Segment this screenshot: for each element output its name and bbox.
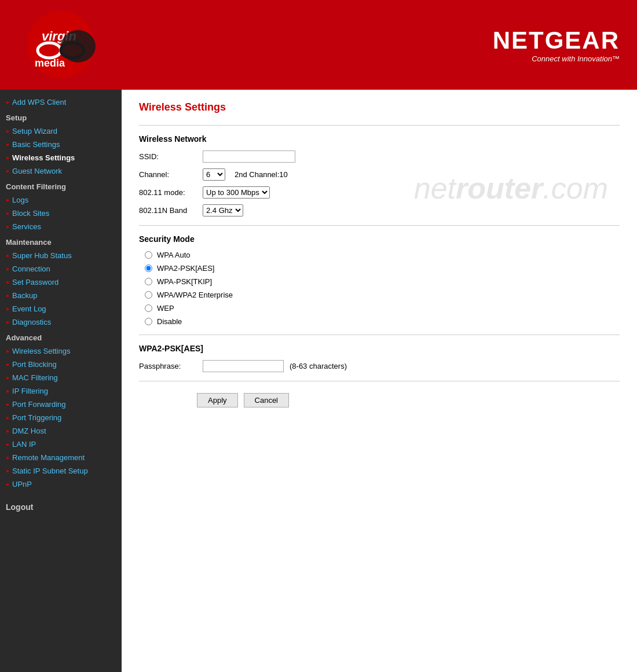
radio-wpa-auto-label: WPA Auto <box>157 251 191 259</box>
sidebar-item-super-hub-status[interactable]: ● Super Hub Status <box>0 249 122 262</box>
radio-disable: Disable <box>145 317 620 326</box>
content-area: netrouter.com Wireless Settings Wireless… <box>122 90 637 672</box>
sidebar-item-static-ip[interactable]: ● Static IP Subnet Setup <box>0 464 122 478</box>
passphrase-hint: (8-63 characters) <box>290 362 347 370</box>
radio-disable-input[interactable] <box>145 318 152 325</box>
sidebar-item-port-triggering[interactable]: ● Port Triggering <box>0 411 122 424</box>
sidebar-header-maintenance: Maintenance <box>0 233 122 249</box>
sidebar-item-add-wps[interactable]: ● Add WPS Client <box>0 96 122 109</box>
radio-wpa-auto: WPA Auto <box>145 251 620 259</box>
sidebar-item-event-log[interactable]: ● Event Log <box>0 302 122 315</box>
cancel-button[interactable]: Cancel <box>244 393 289 407</box>
band-row: 802.11N Band 2.4 Ghz 5 Ghz <box>139 204 620 216</box>
channel-2nd-label: 2nd Channel:10 <box>235 170 288 179</box>
radio-wpa-psk-tkip-label: WPA-PSK[TKIP] <box>157 277 212 286</box>
band-label: 802.11N Band <box>139 206 203 215</box>
wireless-network-section-label: Wireless Network <box>139 134 620 144</box>
passphrase-row: Passphrase: (8-63 characters) <box>139 360 620 372</box>
content-wrapper: netrouter.com Wireless Settings Wireless… <box>139 101 620 407</box>
sidebar-item-dmz-host[interactable]: ● DMZ Host <box>0 424 122 438</box>
sidebar-item-port-blocking[interactable]: ● Port Blocking <box>0 358 122 371</box>
divider-4 <box>139 381 620 381</box>
radio-wpa-enterprise: WPA/WPA2 Enterprise <box>145 291 620 299</box>
logout-section: Logout <box>0 491 122 523</box>
mode-label: 802.11 mode: <box>139 188 203 197</box>
sidebar-item-wireless-settings[interactable]: ● Wireless Settings <box>0 151 122 164</box>
mode-select[interactable]: Up to 54 Mbps Up to 130 Mbps Up to 300 M… <box>203 186 270 199</box>
radio-wpa-psk-tkip: WPA-PSK[TKIP] <box>145 277 620 286</box>
sidebar-item-ip-filtering[interactable]: ● IP Filtering <box>0 384 122 398</box>
ssid-input[interactable] <box>203 150 295 163</box>
sidebar-item-logs[interactable]: ● Logs <box>0 193 122 207</box>
sidebar-header-setup: Setup <box>0 109 122 124</box>
passphrase-label: Passphrase: <box>139 362 203 370</box>
apply-button[interactable]: Apply <box>197 393 238 407</box>
ssid-row: SSID: <box>139 150 620 163</box>
sidebar-item-backup[interactable]: ● Backup <box>0 289 122 302</box>
header: virgin media NETGEAR Connect with Innova… <box>0 0 637 90</box>
ssid-label: SSID: <box>139 152 203 161</box>
sidebar-item-remote-management[interactable]: ● Remote Management <box>0 451 122 464</box>
netgear-brand: NETGEAR <box>493 27 620 54</box>
band-select[interactable]: 2.4 Ghz 5 Ghz <box>203 204 243 216</box>
divider-1 <box>139 125 620 126</box>
sidebar-header-content: Content Filtering <box>0 178 122 193</box>
channel-label: Channel: <box>139 170 203 179</box>
sidebar-item-adv-wireless[interactable]: ● Wireless Settings <box>0 344 122 358</box>
radio-wpa2-psk-aes: WPA2-PSK[AES] <box>145 264 620 273</box>
radio-wpa2-psk-aes-input[interactable] <box>145 265 152 272</box>
sidebar-item-port-forwarding[interactable]: ● Port Forwarding <box>0 398 122 411</box>
virgin-media-svg: virgin media <box>17 9 119 81</box>
virgin-media-logo: virgin media <box>17 9 119 81</box>
logout-button[interactable]: Logout <box>6 502 33 512</box>
button-row: Apply Cancel <box>197 393 620 407</box>
radio-disable-label: Disable <box>157 317 182 326</box>
sidebar-item-set-password[interactable]: ● Set Password <box>0 276 122 289</box>
sidebar-item-basic-settings[interactable]: ● Basic Settings <box>0 138 122 151</box>
passphrase-input[interactable] <box>203 360 284 372</box>
divider-3 <box>139 335 620 335</box>
svg-point-4 <box>61 30 96 63</box>
sidebar-header-advanced: Advanced <box>0 329 122 344</box>
sidebar-item-guest-network[interactable]: ● Guest Network <box>0 164 122 178</box>
netgear-logo: NETGEAR Connect with Innovation™ <box>493 27 620 63</box>
main-container: ● Add WPS Client Setup ● Setup Wizard ● … <box>0 90 637 672</box>
radio-wep-label: WEP <box>157 304 174 313</box>
netgear-tagline: Connect with Innovation™ <box>493 54 620 63</box>
bullet-icon: ● <box>6 99 9 105</box>
page-title: Wireless Settings <box>139 101 620 113</box>
security-section-label: Security Mode <box>139 234 620 244</box>
divider-2 <box>139 225 620 226</box>
sidebar: ● Add WPS Client Setup ● Setup Wizard ● … <box>0 90 122 672</box>
sidebar-item-upnp[interactable]: ● UPnP <box>0 478 122 491</box>
radio-wpa-enterprise-input[interactable] <box>145 291 152 299</box>
sidebar-item-services[interactable]: ● Services <box>0 220 122 233</box>
radio-wep: WEP <box>145 304 620 313</box>
svg-text:media: media <box>35 57 65 69</box>
sidebar-item-block-sites[interactable]: ● Block Sites <box>0 207 122 220</box>
channel-row: Channel: 1234 5678 91011 2nd Channel:10 <box>139 168 620 181</box>
radio-wpa-auto-input[interactable] <box>145 251 152 259</box>
sidebar-item-lan-ip[interactable]: ● LAN IP <box>0 438 122 451</box>
sidebar-item-mac-filtering[interactable]: ● MAC Filtering <box>0 371 122 384</box>
wpa-section-title: WPA2-PSK[AES] <box>139 344 620 353</box>
radio-wep-input[interactable] <box>145 304 152 312</box>
channel-select[interactable]: 1234 5678 91011 <box>203 168 225 181</box>
mode-row: 802.11 mode: Up to 54 Mbps Up to 130 Mbp… <box>139 186 620 199</box>
radio-wpa2-psk-aes-label: WPA2-PSK[AES] <box>157 264 214 273</box>
sidebar-item-setup-wizard[interactable]: ● Setup Wizard <box>0 124 122 138</box>
radio-wpa-enterprise-label: WPA/WPA2 Enterprise <box>157 291 233 299</box>
sidebar-item-connection[interactable]: ● Connection <box>0 262 122 276</box>
sidebar-item-diagnostics[interactable]: ● Diagnostics <box>0 315 122 329</box>
radio-wpa-psk-tkip-input[interactable] <box>145 278 152 285</box>
